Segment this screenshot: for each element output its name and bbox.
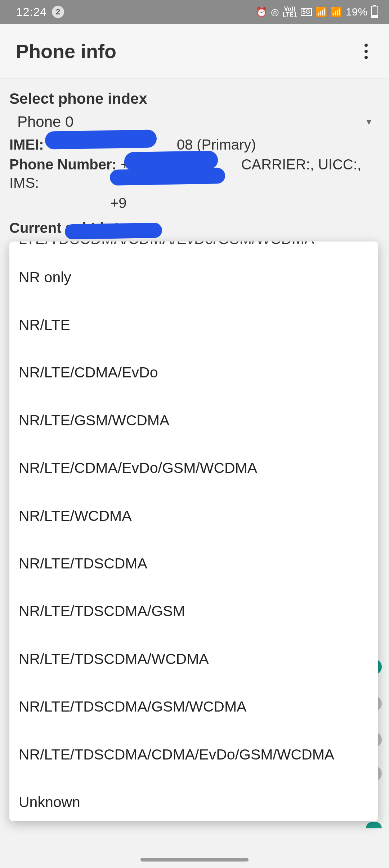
redaction-mark bbox=[65, 223, 162, 240]
redaction-mark bbox=[110, 168, 225, 186]
hotspot-icon: ◎ bbox=[271, 6, 279, 18]
dropdown-item[interactable]: NR/LTE/TDSCDMA/CDMA/EvDo/GSM/WCDMA bbox=[9, 731, 378, 778]
status-bar: 12:24 2 ⏰ ◎ Vo)) LTE1 5G 📶 📶 19% bbox=[0, 0, 389, 24]
dropdown-item[interactable]: NR/LTE/GSM/WCDMA bbox=[9, 397, 378, 444]
toggle-peek[interactable] bbox=[366, 822, 382, 828]
signal-icon-1: 📶 bbox=[316, 6, 327, 18]
app-bar: Phone info bbox=[0, 24, 389, 79]
current-subid-line: Current subId: 1 bbox=[9, 219, 380, 237]
five-g-icon: 5G bbox=[301, 8, 312, 16]
dropdown-item[interactable]: NR/LTE bbox=[9, 301, 378, 349]
alarm-icon: ⏰ bbox=[256, 6, 267, 18]
notification-count-badge: 2 bbox=[52, 6, 64, 18]
dropdown-item[interactable]: NR/LTE/TDSCDMA/GSM/WCDMA bbox=[9, 683, 378, 731]
dropdown-item[interactable]: Unknown bbox=[9, 778, 378, 821]
dropdown-clipped-item[interactable]: LTE/TDSCDMA/CDMA/EvDo/GSM/WCDMA bbox=[9, 242, 378, 248]
dropdown-arrow-icon: ▼ bbox=[365, 117, 373, 127]
battery-percent: 19% bbox=[346, 6, 367, 18]
dropdown-item[interactable]: NR/LTE/WCDMA bbox=[9, 492, 378, 540]
dropdown-item[interactable]: NR/LTE/CDMA/EvDo/GSM/WCDMA bbox=[9, 444, 378, 492]
dropdown-item[interactable]: NR/LTE/CDMA/EvDo bbox=[9, 349, 378, 397]
battery-icon bbox=[371, 6, 378, 18]
dropdown-list[interactable]: NR only NR/LTE NR/LTE/CDMA/EvDo NR/LTE/G… bbox=[9, 248, 378, 821]
status-right: ⏰ ◎ Vo)) LTE1 5G 📶 📶 19% bbox=[256, 6, 378, 18]
signal-icon-2: 📶 bbox=[331, 6, 342, 18]
more-vert-icon bbox=[365, 44, 368, 47]
overflow-menu-button[interactable] bbox=[357, 43, 375, 60]
volte-icon: Vo)) LTE1 bbox=[283, 6, 297, 18]
dropdown-item[interactable]: NR/LTE/TDSCDMA bbox=[9, 540, 378, 587]
phone-index-spinner[interactable]: Phone 0 ▼ bbox=[9, 111, 380, 134]
page-title: Phone info bbox=[16, 40, 116, 62]
status-time: 12:24 bbox=[16, 5, 47, 19]
dropdown-item[interactable]: NR/LTE/TDSCDMA/GSM bbox=[9, 588, 378, 635]
select-phone-index-label: Select phone index bbox=[9, 90, 380, 107]
status-left: 12:24 2 bbox=[16, 5, 64, 19]
phone-number-line2: +9 bbox=[9, 194, 380, 212]
spinner-value: Phone 0 bbox=[17, 113, 73, 130]
redaction-mark bbox=[45, 129, 157, 149]
dropdown-item[interactable]: NR/LTE/TDSCDMA/WCDMA bbox=[9, 635, 378, 683]
network-mode-dropdown[interactable]: LTE/TDSCDMA/CDMA/EvDo/GSM/WCDMA NR only … bbox=[9, 242, 378, 821]
dropdown-item[interactable]: NR only bbox=[9, 253, 378, 301]
navigation-handle[interactable] bbox=[140, 858, 249, 862]
